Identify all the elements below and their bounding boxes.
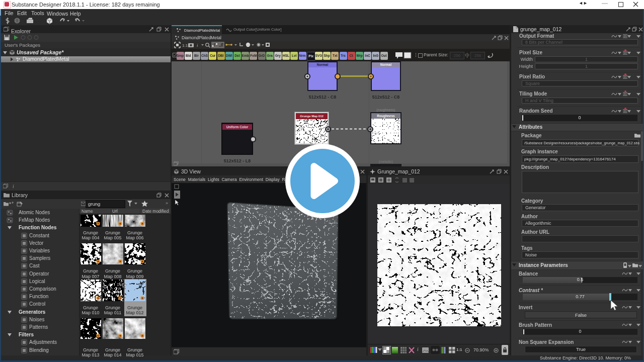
svg-text:1:1: 1:1	[182, 43, 188, 48]
svg-text:i: i	[13, 184, 14, 189]
svg-text:i: i	[197, 43, 198, 48]
